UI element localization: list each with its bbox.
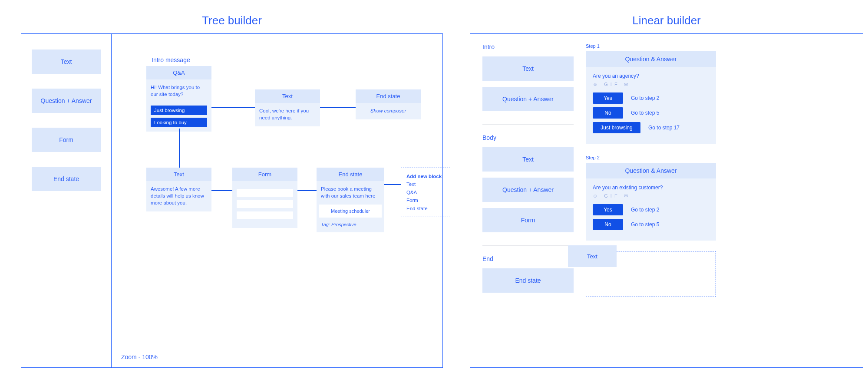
node-qa-answers: Just browsing Looking to buy: [146, 106, 211, 132]
form-field-2[interactable]: [237, 200, 293, 208]
connector: [211, 107, 255, 108]
add-option-qa[interactable]: Q&A: [406, 188, 445, 196]
goto-step-5-b[interactable]: Go to step 5: [631, 221, 659, 228]
node-form[interactable]: Form: [232, 168, 297, 228]
tree-builder-panel: Text Question + Answer Form End state In…: [21, 33, 443, 368]
node-text-buy-header: Text: [146, 168, 211, 181]
intro-palette: Text Question + Answer: [482, 56, 574, 111]
node-qa-text: Hi! What brings you to our site today?: [146, 79, 211, 103]
end-palette: End state: [482, 268, 574, 293]
step-1-answer-row-1: No Go to step 5: [593, 107, 709, 119]
node-endstate-buy-text: Please book a meeting with our sales tea…: [317, 181, 384, 200]
node-form-body: [232, 181, 297, 228]
tree-builder-title: Tree builder: [202, 14, 262, 27]
node-text-browsing-body: Cool, we're here if you need anything.: [255, 103, 320, 126]
answer-no-2[interactable]: No: [593, 219, 623, 230]
step-2-header: Question & Answer: [586, 163, 716, 178]
step-2-question: Are you an existing customer?: [593, 185, 709, 191]
connector: [211, 190, 232, 191]
node-qa[interactable]: Q&A Hi! What brings you to our site toda…: [146, 66, 211, 132]
node-endstate-browsing[interactable]: End state Show composer: [356, 89, 421, 119]
body-palette-qa[interactable]: Question + Answer: [482, 178, 574, 202]
node-text-browsing-header: Text: [255, 89, 320, 103]
node-endstate-buy[interactable]: End state Please book a meeting with our…: [317, 168, 384, 232]
body-palette: Text Question + Answer Form: [482, 147, 574, 232]
step-1-toolbar-icons[interactable]: ☺ GIF ✉: [593, 82, 709, 87]
step-1-card[interactable]: Question & Answer Are you an agency? ☺ G…: [586, 51, 716, 144]
zoom-level-label: Zoom - 100%: [121, 353, 158, 360]
add-new-block[interactable]: Add new block Text Q&A Form End state: [401, 168, 450, 217]
linear-right-column: Step 1 Question & Answer Are you an agen…: [586, 34, 863, 367]
linear-builder-column: Linear builder Intro Text Question + Ans…: [470, 10, 863, 383]
section-end-label: End: [482, 255, 574, 262]
section-divider: [482, 124, 574, 125]
step-2-card[interactable]: Question & Answer Are you an existing cu…: [586, 163, 716, 241]
palette-item-endstate[interactable]: End state: [32, 167, 101, 191]
step-2-body: Are you an existing customer? ☺ GIF ✉ Ye…: [586, 178, 716, 241]
step-2-answer-row-1: No Go to step 5: [593, 219, 709, 230]
answer-just-browsing[interactable]: Just browsing: [151, 106, 207, 115]
palette-item-text[interactable]: Text: [32, 50, 101, 74]
node-endstate-buy-header: End state: [317, 168, 384, 181]
linear-left-column: Intro Text Question + Answer Body Text Q…: [470, 34, 586, 367]
page: Tree builder Text Question + Answer Form…: [0, 0, 868, 383]
connector: [384, 184, 401, 185]
connector: [320, 107, 356, 108]
tree-canvas[interactable]: Intro message Q&A Hi! What brings you to…: [112, 34, 442, 367]
section-body-label: Body: [482, 134, 574, 141]
node-endstate-browsing-body: Show composer: [356, 103, 421, 119]
node-endstate-buy-tag: Tag: Prospective: [317, 218, 384, 232]
node-qa-header: Q&A: [146, 66, 211, 79]
body-palette-form[interactable]: Form: [482, 208, 574, 232]
intro-message-label: Intro message: [152, 56, 190, 63]
node-form-header: Form: [232, 168, 297, 181]
goto-step-5[interactable]: Go to step 5: [631, 110, 659, 116]
add-new-block-title: Add new block: [406, 172, 445, 180]
step-1-question: Are you an agency?: [593, 73, 709, 79]
tree-builder-column: Tree builder Text Question + Answer Form…: [21, 10, 443, 383]
linear-builder-panel: Intro Text Question + Answer Body Text Q…: [470, 33, 863, 368]
step-2-toolbar-icons[interactable]: ☺ GIF ✉: [593, 193, 709, 199]
drop-target-area[interactable]: Text: [586, 251, 716, 297]
end-palette-endstate[interactable]: End state: [482, 268, 574, 293]
palette-item-form[interactable]: Form: [32, 128, 101, 152]
answer-looking-to-buy[interactable]: Looking to buy: [151, 118, 207, 127]
linear-builder-title: Linear builder: [632, 14, 701, 27]
form-field-3[interactable]: [237, 211, 293, 219]
step-2-label: Step 2: [586, 155, 845, 160]
node-text-buy-body: Awesome! A few more details will help us…: [146, 181, 211, 211]
step-1-answer-row-0: Yes Go to step 2: [593, 92, 709, 104]
intro-palette-qa[interactable]: Question + Answer: [482, 87, 574, 111]
meeting-scheduler-chip[interactable]: Meeting scheduler: [319, 205, 382, 218]
step-1-body: Are you an agency? ☺ GIF ✉ Yes Go to ste…: [586, 67, 716, 144]
connector: [179, 129, 180, 168]
node-text-browsing[interactable]: Text Cool, we're here if you need anythi…: [255, 89, 320, 126]
connector: [297, 190, 317, 191]
drag-ghost-text[interactable]: Text: [568, 245, 617, 267]
step-1-section: Step 1 Question & Answer Are you an agen…: [586, 43, 845, 144]
add-option-text[interactable]: Text: [406, 180, 445, 188]
intro-palette-text[interactable]: Text: [482, 56, 574, 81]
goto-step-2-b[interactable]: Go to step 2: [631, 207, 659, 213]
palette-item-question[interactable]: Question + Answer: [32, 89, 101, 113]
section-intro-label: Intro: [482, 43, 574, 50]
node-endstate-browsing-header: End state: [356, 89, 421, 103]
tree-palette-sidebar: Text Question + Answer Form End state: [21, 34, 112, 367]
answer-no[interactable]: No: [593, 107, 623, 119]
step-2-answer-row-0: Yes Go to step 2: [593, 204, 709, 215]
step-2-section: Step 2 Question & Answer Are you an exis…: [586, 155, 845, 297]
answer-yes[interactable]: Yes: [593, 92, 623, 104]
add-option-endstate[interactable]: End state: [406, 205, 445, 212]
add-option-form[interactable]: Form: [406, 196, 445, 204]
body-palette-text[interactable]: Text: [482, 147, 574, 172]
node-text-buy[interactable]: Text Awesome! A few more details will he…: [146, 168, 211, 211]
step-1-header: Question & Answer: [586, 51, 716, 67]
step-1-answer-row-2: Just browsing Go to step 17: [593, 122, 709, 133]
form-field-1[interactable]: [237, 189, 293, 197]
goto-step-2[interactable]: Go to step 2: [631, 95, 659, 101]
step-1-label: Step 1: [586, 43, 845, 49]
answer-yes-2[interactable]: Yes: [593, 204, 623, 215]
goto-step-17[interactable]: Go to step 17: [648, 125, 680, 131]
answer-just-browsing[interactable]: Just browsing: [593, 122, 640, 133]
section-divider: [482, 245, 574, 246]
